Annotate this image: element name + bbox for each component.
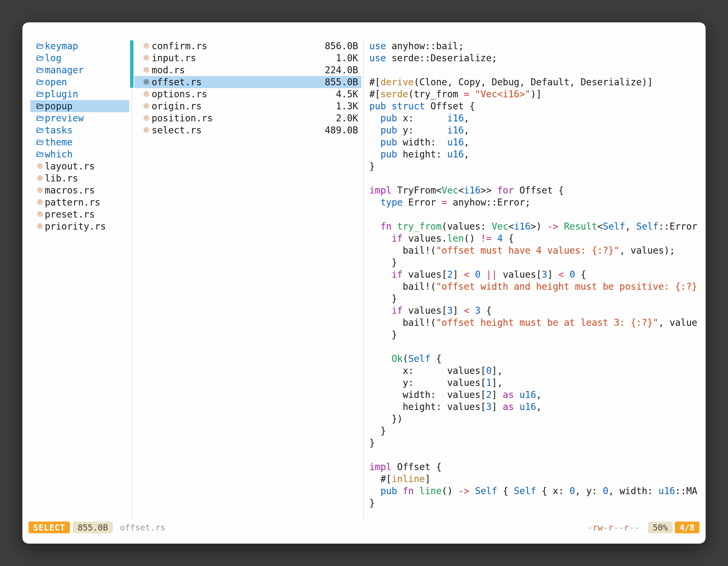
dir-item-log[interactable]: log <box>30 52 129 64</box>
dir-item-plugin[interactable]: plugin <box>30 88 129 100</box>
entry-label: options.rs <box>152 89 336 100</box>
code-token: pub <box>381 113 397 124</box>
dir-item-theme[interactable]: theme <box>30 136 129 148</box>
code-token <box>492 233 497 244</box>
code-token: 3 <box>542 269 547 280</box>
file-item-input.rs[interactable]: ®input.rs1.0K <box>134 52 361 64</box>
entry-size: 224.0B <box>325 65 358 76</box>
code-token: < <box>597 221 603 232</box>
open-folder-icon <box>35 102 45 110</box>
cursor-position-badge: 4/8 <box>675 522 699 533</box>
code-token <box>469 485 475 496</box>
code-token: Error <box>403 197 442 208</box>
code-token: < <box>464 305 469 316</box>
code-token: Offset { <box>425 101 475 112</box>
rust-file-icon: ® <box>141 101 152 111</box>
code-line: use anyhow::bail; <box>369 40 705 52</box>
file-item-mod.rs[interactable]: ®mod.rs224.0B <box>134 64 361 76</box>
code-token: Ok <box>391 353 403 364</box>
file-item-position.rs[interactable]: ®position.rs2.0K <box>134 112 361 124</box>
code-line: } <box>369 425 705 437</box>
code-line: height: values[3] as u16, <box>369 401 705 413</box>
code-line: x: values[0], <box>369 365 705 377</box>
entry-size: 856.0B <box>325 41 358 51</box>
code-token: y: <box>397 125 447 136</box>
rust-file-icon: ® <box>35 186 45 195</box>
dir-item-manager[interactable]: manager <box>30 64 129 76</box>
code-token: use <box>369 53 386 64</box>
file-item-priority.rs[interactable]: ®priority.rs <box>30 220 129 233</box>
file-item-macros.rs[interactable]: ®macros.rs <box>30 184 129 196</box>
scroll-percent-badge: 50% <box>648 522 673 533</box>
dir-item-tasks[interactable]: tasks <box>30 124 129 136</box>
dir-item-preview[interactable]: preview <box>30 112 129 124</box>
current-pane[interactable]: ®confirm.rs856.0B®input.rs1.0K®mod.rs224… <box>134 40 361 136</box>
rust-file-icon: ® <box>141 89 152 99</box>
code-token: ] <box>492 389 503 400</box>
code-token: anyhow::Error; <box>447 197 530 208</box>
code-line: y: values[1], <box>369 377 705 389</box>
code-token: 0 <box>475 269 481 280</box>
code-token <box>514 401 520 412</box>
file-item-options.rs[interactable]: ®options.rs4.5K <box>134 88 361 100</box>
entry-label: theme <box>45 137 72 148</box>
file-item-select.rs[interactable]: ®select.rs489.0B <box>134 124 361 136</box>
rust-file-icon: ® <box>35 173 45 183</box>
code-token: { <box>497 485 514 496</box>
dir-item-which[interactable]: which <box>30 148 129 160</box>
code-line: #[serde(try_from = "Vec<i16>")] <box>369 88 705 100</box>
open-folder-icon <box>35 114 45 122</box>
dir-item-popup[interactable]: popup <box>30 100 129 112</box>
code-token: ] <box>425 473 431 484</box>
open-folder-icon <box>35 90 45 98</box>
code-token: ::MA <box>675 485 697 496</box>
code-token: values. <box>403 233 447 244</box>
code-token <box>369 113 381 124</box>
code-token: { <box>575 269 586 280</box>
code-line: } <box>369 497 705 509</box>
rust-file-icon: ® <box>35 210 45 219</box>
code-token: Result <box>564 221 597 232</box>
code-token: "offset height must be at least 3: {:?}" <box>436 317 658 328</box>
file-item-preset.rs[interactable]: ®preset.rs <box>30 208 129 220</box>
code-token: -> <box>458 485 469 496</box>
code-token: ], <box>492 365 503 376</box>
code-token: impl <box>369 185 391 196</box>
rust-file-icon: ® <box>141 113 152 123</box>
code-token: } <box>369 293 397 304</box>
file-item-confirm.rs[interactable]: ®confirm.rs856.0B <box>134 40 361 52</box>
code-line: pub width: u16, <box>369 136 705 148</box>
file-item-origin.rs[interactable]: ®origin.rs1.3K <box>134 100 361 112</box>
code-token: } <box>369 257 397 268</box>
code-token: Offset { <box>391 461 442 472</box>
code-token: >) <box>530 221 547 232</box>
parent-pane[interactable]: keymaplogmanageropenpluginpopuppreviewta… <box>30 40 129 233</box>
file-item-pattern.rs[interactable]: ®pattern.rs <box>30 196 129 208</box>
code-token: 2 <box>486 389 492 400</box>
entry-size: 489.0B <box>325 125 358 136</box>
code-token: 3 <box>486 401 492 412</box>
file-item-offset.rs[interactable]: ®offset.rs855.0B <box>134 76 361 88</box>
code-token: , y: <box>575 485 603 496</box>
code-line: Ok(Self { <box>369 353 705 365</box>
file-item-lib.rs[interactable]: ®lib.rs <box>30 172 129 184</box>
code-token <box>369 125 381 136</box>
code-token: if <box>391 269 403 280</box>
code-token: Self <box>636 221 658 232</box>
dir-item-keymap[interactable]: keymap <box>30 40 129 52</box>
code-token: line <box>419 485 442 496</box>
code-token: TryFrom< <box>391 185 442 196</box>
code-token: Vec <box>492 221 508 232</box>
entry-size: 855.0B <box>325 77 358 88</box>
file-item-layout.rs[interactable]: ®layout.rs <box>30 160 129 172</box>
code-token: x: <box>397 113 447 124</box>
code-line: pub x: i16, <box>369 112 705 124</box>
code-token: pub struct <box>369 101 425 112</box>
dir-item-open[interactable]: open <box>30 76 129 88</box>
rust-file-icon: ® <box>141 53 152 63</box>
code-token: ] <box>547 269 558 280</box>
code-token: inline <box>391 473 425 484</box>
code-token: Self <box>475 485 497 496</box>
code-token: () <box>464 233 481 244</box>
preview-pane[interactable]: use anyhow::bail;use serde::Deserialize;… <box>369 40 705 522</box>
